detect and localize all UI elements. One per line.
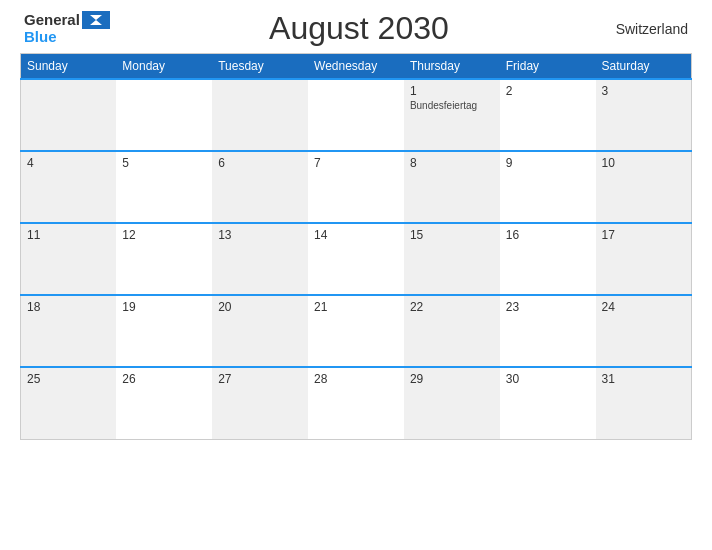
day-number: 20 xyxy=(218,300,302,314)
calendar-cell: 4 xyxy=(21,151,117,223)
day-number: 28 xyxy=(314,372,398,386)
calendar-cell: 6 xyxy=(212,151,308,223)
calendar-cell: 22 xyxy=(404,295,500,367)
weekday-header-thursday: Thursday xyxy=(404,54,500,80)
calendar-cell: 9 xyxy=(500,151,596,223)
logo-flag-icon xyxy=(82,11,110,29)
calendar-week-row: 18192021222324 xyxy=(21,295,692,367)
calendar-cell: 19 xyxy=(116,295,212,367)
holiday-label: Bundesfeiertag xyxy=(410,100,494,111)
day-number: 9 xyxy=(506,156,590,170)
calendar-week-row: 1Bundesfeiertag23 xyxy=(21,79,692,151)
calendar-cell: 7 xyxy=(308,151,404,223)
calendar-cell: 26 xyxy=(116,367,212,439)
calendar-cell: 17 xyxy=(596,223,692,295)
calendar-cell: 23 xyxy=(500,295,596,367)
weekday-header-friday: Friday xyxy=(500,54,596,80)
day-number: 2 xyxy=(506,84,590,98)
calendar-cell: 25 xyxy=(21,367,117,439)
calendar-cell: 18 xyxy=(21,295,117,367)
day-number: 31 xyxy=(602,372,685,386)
calendar-cell: 27 xyxy=(212,367,308,439)
calendar-cell: 14 xyxy=(308,223,404,295)
calendar-cell: 5 xyxy=(116,151,212,223)
calendar-cell: 20 xyxy=(212,295,308,367)
day-number: 22 xyxy=(410,300,494,314)
logo-blue-text: Blue xyxy=(24,29,57,46)
day-number: 23 xyxy=(506,300,590,314)
page-header: General Blue August 2030 Switzerland xyxy=(20,10,692,47)
calendar-cell: 11 xyxy=(21,223,117,295)
calendar-cell xyxy=(308,79,404,151)
day-number: 1 xyxy=(410,84,494,98)
day-number: 10 xyxy=(602,156,685,170)
day-number: 24 xyxy=(602,300,685,314)
day-number: 11 xyxy=(27,228,110,242)
day-number: 6 xyxy=(218,156,302,170)
day-number: 19 xyxy=(122,300,206,314)
day-number: 14 xyxy=(314,228,398,242)
country-label: Switzerland xyxy=(608,21,688,37)
day-number: 26 xyxy=(122,372,206,386)
calendar-cell xyxy=(21,79,117,151)
day-number: 27 xyxy=(218,372,302,386)
calendar-cell: 28 xyxy=(308,367,404,439)
calendar-week-row: 11121314151617 xyxy=(21,223,692,295)
day-number: 8 xyxy=(410,156,494,170)
calendar-cell: 10 xyxy=(596,151,692,223)
weekday-header-row: SundayMondayTuesdayWednesdayThursdayFrid… xyxy=(21,54,692,80)
day-number: 17 xyxy=(602,228,685,242)
calendar-cell: 31 xyxy=(596,367,692,439)
weekday-header-saturday: Saturday xyxy=(596,54,692,80)
calendar-cell: 30 xyxy=(500,367,596,439)
calendar-cell: 24 xyxy=(596,295,692,367)
calendar-week-row: 45678910 xyxy=(21,151,692,223)
day-number: 5 xyxy=(122,156,206,170)
calendar-cell: 8 xyxy=(404,151,500,223)
calendar-cell: 15 xyxy=(404,223,500,295)
calendar-cell xyxy=(212,79,308,151)
month-title: August 2030 xyxy=(110,10,608,47)
day-number: 12 xyxy=(122,228,206,242)
logo-general-text: General xyxy=(24,12,80,29)
weekday-header-wednesday: Wednesday xyxy=(308,54,404,80)
day-number: 7 xyxy=(314,156,398,170)
calendar-cell: 21 xyxy=(308,295,404,367)
day-number: 15 xyxy=(410,228,494,242)
calendar-cell: 2 xyxy=(500,79,596,151)
day-number: 3 xyxy=(602,84,685,98)
day-number: 16 xyxy=(506,228,590,242)
calendar-cell: 16 xyxy=(500,223,596,295)
logo: General Blue xyxy=(24,11,110,46)
day-number: 18 xyxy=(27,300,110,314)
calendar-week-row: 25262728293031 xyxy=(21,367,692,439)
day-number: 30 xyxy=(506,372,590,386)
calendar-cell: 3 xyxy=(596,79,692,151)
day-number: 29 xyxy=(410,372,494,386)
weekday-header-monday: Monday xyxy=(116,54,212,80)
calendar-cell: 13 xyxy=(212,223,308,295)
calendar-cell xyxy=(116,79,212,151)
day-number: 25 xyxy=(27,372,110,386)
calendar-cell: 1Bundesfeiertag xyxy=(404,79,500,151)
calendar-cell: 12 xyxy=(116,223,212,295)
day-number: 13 xyxy=(218,228,302,242)
day-number: 4 xyxy=(27,156,110,170)
calendar-cell: 29 xyxy=(404,367,500,439)
day-number: 21 xyxy=(314,300,398,314)
weekday-header-tuesday: Tuesday xyxy=(212,54,308,80)
calendar-table: SundayMondayTuesdayWednesdayThursdayFrid… xyxy=(20,53,692,440)
weekday-header-sunday: Sunday xyxy=(21,54,117,80)
